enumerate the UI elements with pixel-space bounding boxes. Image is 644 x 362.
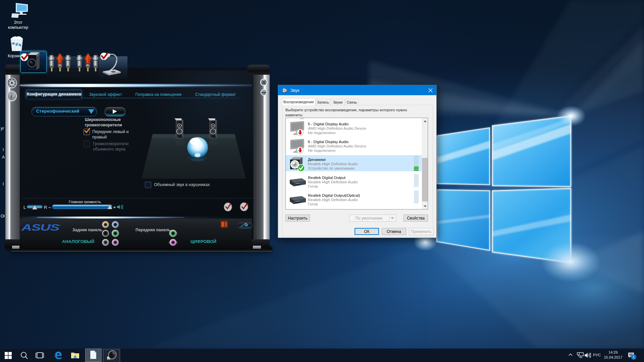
svg-text:®: ®	[59, 224, 61, 227]
svg-text:i: i	[10, 93, 12, 100]
svg-text:ASUS: ASUS	[21, 223, 59, 233]
